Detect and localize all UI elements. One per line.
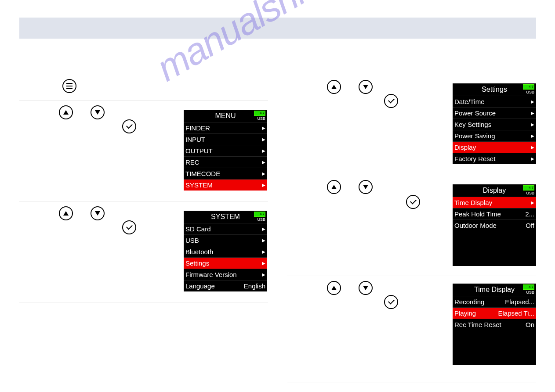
menu-icon[interactable] bbox=[62, 79, 76, 93]
watermark-text: manualshive.com bbox=[149, 0, 411, 90]
chevron-right-icon: ▶ bbox=[262, 272, 265, 277]
enter-icon[interactable] bbox=[122, 119, 136, 133]
menu-row[interactable]: Date/Time▶ bbox=[453, 96, 536, 107]
divider bbox=[19, 302, 268, 302]
menu-row[interactable]: SD Card▶ bbox=[184, 223, 267, 234]
divider bbox=[287, 382, 536, 382]
menu-row-label: FINDER bbox=[185, 124, 210, 132]
enter-icon[interactable] bbox=[406, 195, 420, 209]
menu-row[interactable]: Rec Time ResetOn bbox=[453, 319, 536, 330]
menu-row[interactable]: Display▶ bbox=[453, 141, 536, 153]
battery-indicator: 4.7 bbox=[523, 284, 534, 290]
battery-indicator: 4.7 bbox=[523, 185, 534, 191]
chevron-right-icon: ▶ bbox=[262, 261, 265, 266]
up-icon[interactable] bbox=[59, 105, 73, 119]
up-icon[interactable] bbox=[327, 281, 341, 295]
menu-row[interactable]: Settings▶ bbox=[184, 257, 267, 269]
menu-row-value: Elapsed Ti... bbox=[498, 309, 534, 317]
usb-indicator: USB bbox=[526, 290, 534, 295]
menu-row[interactable]: LanguageEnglish bbox=[184, 280, 267, 291]
battery-indicator: 4.7 bbox=[254, 212, 265, 217]
menu-row[interactable]: REC▶ bbox=[184, 156, 267, 168]
menu-row[interactable]: FINDER▶ bbox=[184, 122, 267, 133]
menu-row[interactable]: Factory Reset▶ bbox=[453, 153, 536, 164]
menu-row-label: REC bbox=[185, 158, 200, 166]
screen-title: SYSTEM4.7USB bbox=[184, 211, 267, 223]
menu-row[interactable]: TIMECODE▶ bbox=[184, 168, 267, 179]
chevron-right-icon: ▶ bbox=[531, 111, 534, 115]
menu-row-label: Settings bbox=[185, 259, 209, 267]
chevron-right-icon: ▶ bbox=[262, 183, 265, 187]
chevron-right-icon: ▶ bbox=[531, 156, 534, 161]
menu-row-label: Recording bbox=[454, 298, 484, 306]
menu-row-value: 2... bbox=[525, 210, 534, 218]
chevron-right-icon: ▶ bbox=[531, 145, 534, 150]
chevron-right-icon: ▶ bbox=[262, 227, 265, 231]
menu-row-label: Factory Reset bbox=[454, 155, 495, 162]
device-screen-display: Display4.7USBTime Display▶Peak Hold Time… bbox=[453, 184, 536, 266]
menu-row-label: INPUT bbox=[185, 136, 205, 143]
divider bbox=[19, 201, 268, 201]
menu-row-label: Language bbox=[185, 282, 215, 290]
menu-row-label: Power Saving bbox=[454, 132, 495, 140]
menu-row-value: Elapsed... bbox=[505, 298, 534, 306]
menu-row[interactable]: USB▶ bbox=[184, 234, 267, 246]
menu-row-label: SD Card bbox=[185, 225, 211, 233]
usb-indicator: USB bbox=[526, 90, 534, 94]
down-icon[interactable] bbox=[91, 105, 105, 119]
chevron-right-icon: ▶ bbox=[262, 148, 265, 153]
menu-row[interactable]: PlayingElapsed Ti... bbox=[453, 307, 536, 319]
chevron-right-icon: ▶ bbox=[531, 99, 534, 104]
chevron-right-icon: ▶ bbox=[531, 122, 534, 127]
chevron-right-icon: ▶ bbox=[531, 200, 534, 205]
menu-row-value: On bbox=[526, 321, 534, 328]
menu-row[interactable]: Power Source▶ bbox=[453, 107, 536, 119]
menu-row-value: English bbox=[244, 282, 265, 290]
menu-row-label: Playing bbox=[454, 309, 476, 317]
down-icon[interactable] bbox=[359, 281, 373, 295]
header-bar bbox=[19, 18, 536, 39]
enter-icon[interactable] bbox=[122, 220, 136, 234]
screen-title: Display4.7USB bbox=[453, 184, 536, 197]
divider bbox=[287, 276, 536, 276]
chevron-right-icon: ▶ bbox=[262, 137, 265, 142]
usb-indicator: USB bbox=[257, 217, 265, 222]
menu-row-label: Rec Time Reset bbox=[454, 321, 501, 328]
menu-row[interactable]: Outdoor ModeOff bbox=[453, 219, 536, 231]
menu-row-label: Date/Time bbox=[454, 98, 485, 105]
battery-indicator: 4.7 bbox=[523, 84, 534, 90]
menu-row[interactable]: INPUT▶ bbox=[184, 133, 267, 145]
menu-row[interactable]: SYSTEM▶ bbox=[184, 179, 267, 191]
menu-row[interactable]: Power Saving▶ bbox=[453, 130, 536, 141]
menu-row-label: Power Source bbox=[454, 109, 496, 117]
screen-title: MENU4.7USB bbox=[184, 110, 267, 122]
menu-row[interactable]: Firmware Version▶ bbox=[184, 269, 267, 280]
screen-title: Time Display4.7USB bbox=[453, 284, 536, 296]
enter-icon[interactable] bbox=[384, 94, 398, 108]
menu-row[interactable]: Key Settings▶ bbox=[453, 119, 536, 130]
menu-row[interactable]: RecordingElapsed... bbox=[453, 296, 536, 307]
menu-row-label: OUTPUT bbox=[185, 147, 213, 155]
menu-row[interactable]: OUTPUT▶ bbox=[184, 145, 267, 156]
menu-row[interactable]: Peak Hold Time2... bbox=[453, 208, 536, 219]
menu-row[interactable]: Bluetooth▶ bbox=[184, 246, 267, 257]
chevron-right-icon: ▶ bbox=[262, 171, 265, 176]
enter-icon[interactable] bbox=[384, 295, 398, 309]
divider bbox=[287, 175, 536, 175]
usb-indicator: USB bbox=[257, 116, 265, 121]
up-icon[interactable] bbox=[327, 80, 341, 94]
down-icon[interactable] bbox=[359, 80, 373, 94]
down-icon[interactable] bbox=[359, 180, 373, 194]
chevron-right-icon: ▶ bbox=[262, 249, 265, 254]
chevron-right-icon: ▶ bbox=[531, 133, 534, 138]
menu-row[interactable]: Time Display▶ bbox=[453, 197, 536, 208]
up-icon[interactable] bbox=[59, 206, 73, 220]
usb-indicator: USB bbox=[526, 191, 534, 195]
menu-row-label: Outdoor Mode bbox=[454, 222, 497, 229]
chevron-right-icon: ▶ bbox=[262, 126, 265, 130]
down-icon[interactable] bbox=[91, 206, 105, 220]
up-icon[interactable] bbox=[327, 180, 341, 194]
menu-row-label: Time Display bbox=[454, 199, 492, 206]
divider bbox=[19, 100, 268, 101]
device-screen-settings: Settings4.7USBDate/Time▶Power Source▶Key… bbox=[453, 83, 536, 164]
